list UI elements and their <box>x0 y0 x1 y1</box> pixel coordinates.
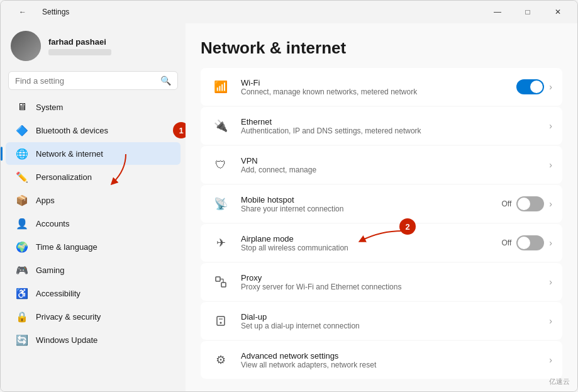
maximize-button[interactable]: □ <box>513 2 542 22</box>
proxy-chevron: › <box>549 277 552 287</box>
vpn-icon: 🛡 <box>211 155 231 175</box>
dialup-icon <box>211 311 231 331</box>
sidebar-item-label: Accounts <box>36 219 69 228</box>
airplane-text: Airplane mode Stop all wireless communic… <box>241 234 492 252</box>
search-icon: 🔍 <box>160 76 171 86</box>
settings-item-proxy[interactable]: Proxy Proxy server for Wi-Fi and Etherne… <box>201 263 562 301</box>
settings-item-dialup[interactable]: Dial-up Set up a dial-up internet connec… <box>201 302 562 340</box>
avatar <box>11 31 41 61</box>
sidebar-item-network[interactable]: 🌐 Network & internet <box>6 142 181 165</box>
watermark: 亿速云 <box>549 377 570 386</box>
settings-item-airplane[interactable]: ✈ Airplane mode Stop all wireless commun… <box>201 224 562 262</box>
airplane-toggle-label: Off <box>502 238 512 247</box>
sidebar-item-label: System <box>36 103 63 112</box>
privacy-icon: 🔒 <box>16 310 28 323</box>
hotspot-chevron: › <box>549 199 552 209</box>
sidebar-item-gaming[interactable]: 🎮 Gaming <box>6 259 181 281</box>
sidebar-item-accounts[interactable]: 👤 Accounts <box>6 212 181 235</box>
sidebar: farhad pashaei 🔍 🖥 System 🔷 Bluetooth & … <box>1 23 186 391</box>
user-subtitle <box>48 49 111 55</box>
sidebar-item-bluetooth[interactable]: 🔷 Bluetooth & devices 1 <box>6 119 181 142</box>
avatar-image <box>11 31 41 61</box>
sidebar-item-accessibility[interactable]: ♿ Accessibility <box>6 282 181 305</box>
airplane-toggle[interactable] <box>516 235 544 250</box>
nav-list: 🖥 System 🔷 Bluetooth & devices 1 🌐 Netwo… <box>1 95 186 386</box>
sidebar-item-time[interactable]: 🌍 Time & language <box>6 235 181 258</box>
dialup-right: › <box>549 316 552 326</box>
dialup-desc: Set up a dial-up internet connection <box>241 322 539 330</box>
hotspot-toggle[interactable] <box>516 196 544 211</box>
advanced-desc: View all network adapters, network reset <box>241 361 539 369</box>
ethernet-desc: Authentication, IP and DNS settings, met… <box>241 126 539 135</box>
airplane-icon: ✈ <box>211 233 231 253</box>
sidebar-item-label: Apps <box>36 196 55 205</box>
app-body: farhad pashaei 🔍 🖥 System 🔷 Bluetooth & … <box>1 23 577 391</box>
advanced-right: › <box>549 355 552 365</box>
content-area: Network & internet 📶 Wi-Fi Connect, mana… <box>186 23 577 391</box>
title-bar: ← Settings — □ ✕ <box>1 1 577 23</box>
ethernet-text: Ethernet Authentication, IP and DNS sett… <box>241 117 539 135</box>
ethernet-right: › <box>549 121 552 131</box>
dialup-title: Dial-up <box>241 312 539 322</box>
system-icon: 🖥 <box>16 101 28 113</box>
wifi-title: Wi-Fi <box>241 78 506 87</box>
dialup-chevron: › <box>549 316 552 326</box>
wifi-icon: 📶 <box>211 77 231 97</box>
close-button[interactable]: ✕ <box>543 2 572 22</box>
vpn-chevron: › <box>549 160 552 170</box>
airplane-title: Airplane mode <box>241 234 492 244</box>
advanced-title: Advanced network settings <box>241 351 539 361</box>
bluetooth-icon: 🔷 <box>16 124 28 137</box>
settings-item-ethernet[interactable]: 🔌 Ethernet Authentication, IP and DNS se… <box>201 107 562 145</box>
sidebar-item-label: Bluetooth & devices <box>36 126 108 135</box>
app-window: ← Settings — □ ✕ farhad pashaei <box>0 0 578 392</box>
svg-point-5 <box>220 322 222 324</box>
user-info: farhad pashaei <box>48 37 111 55</box>
minimize-button[interactable]: — <box>483 2 512 22</box>
proxy-desc: Proxy server for Wi-Fi and Ethernet conn… <box>241 283 539 291</box>
title-bar-left: ← Settings <box>8 2 69 22</box>
sidebar-item-label: Time & language <box>36 242 97 252</box>
wifi-text: Wi-Fi Connect, manage known networks, me… <box>241 78 506 96</box>
sidebar-item-label: Windows Update <box>36 335 97 345</box>
svg-rect-4 <box>217 316 225 325</box>
settings-item-advanced[interactable]: ⚙ Advanced network settings View all net… <box>201 341 562 379</box>
settings-item-wifi[interactable]: 📶 Wi-Fi Connect, manage known networks, … <box>201 68 562 106</box>
search-input[interactable] <box>15 76 155 86</box>
search-box[interactable]: 🔍 <box>8 71 178 90</box>
advanced-icon: ⚙ <box>211 350 231 370</box>
proxy-icon <box>211 272 231 292</box>
advanced-chevron: › <box>549 355 552 365</box>
vpn-text: VPN Add, connect, manage <box>241 156 539 174</box>
dialup-text: Dial-up Set up a dial-up internet connec… <box>241 312 539 330</box>
settings-item-vpn[interactable]: 🛡 VPN Add, connect, manage › <box>201 146 562 184</box>
wifi-toggle[interactable] <box>516 79 544 94</box>
hotspot-text: Mobile hotspot Share your internet conne… <box>241 195 492 213</box>
ethernet-icon: 🔌 <box>211 116 231 136</box>
ethernet-chevron: › <box>549 121 552 131</box>
airplane-toggle-knob <box>518 237 530 249</box>
apps-icon: 📦 <box>16 194 28 206</box>
user-section[interactable]: farhad pashaei <box>1 23 186 71</box>
airplane-chevron: › <box>549 238 552 248</box>
airplane-right: Off › <box>502 235 552 250</box>
settings-item-hotspot[interactable]: 📡 Mobile hotspot Share your internet con… <box>201 185 562 223</box>
settings-list: 📶 Wi-Fi Connect, manage known networks, … <box>201 68 562 391</box>
sidebar-item-windows-update[interactable]: 🔄 Windows Update <box>6 328 181 351</box>
annotation-1: 1 <box>173 122 186 138</box>
sidebar-item-apps[interactable]: 📦 Apps <box>6 189 181 211</box>
sidebar-item-privacy[interactable]: 🔒 Privacy & security <box>6 305 181 328</box>
vpn-title: VPN <box>241 156 539 165</box>
user-name: farhad pashaei <box>48 37 111 47</box>
hotspot-icon: 📡 <box>211 194 231 214</box>
proxy-text: Proxy Proxy server for Wi-Fi and Etherne… <box>241 273 539 291</box>
time-icon: 🌍 <box>16 240 28 253</box>
sidebar-item-system[interactable]: 🖥 System <box>6 96 181 118</box>
network-icon: 🌐 <box>16 147 28 160</box>
title-bar-controls: — □ ✕ <box>483 2 572 22</box>
accessibility-icon: ♿ <box>16 287 28 300</box>
sidebar-item-personalization[interactable]: ✏️ Personalization <box>6 165 181 188</box>
back-button[interactable]: ← <box>8 2 37 22</box>
airplane-desc: Stop all wireless communication <box>241 244 492 252</box>
sidebar-item-label: Personalization <box>36 172 92 182</box>
